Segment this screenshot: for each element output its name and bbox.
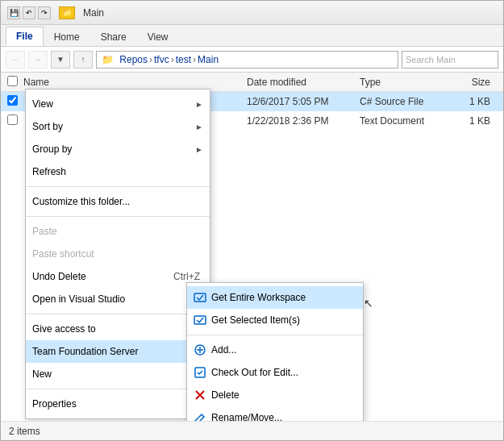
back-button[interactable]: ←: [6, 51, 25, 69]
recent-button[interactable]: ▼: [51, 51, 70, 69]
path-main[interactable]: Main: [198, 54, 219, 65]
tfs-get-entire-workspace[interactable]: Get Entire Workspace: [187, 286, 363, 309]
forward-button[interactable]: →: [28, 51, 48, 69]
tfs-icon: [194, 314, 206, 327]
context-menu-paste: Paste: [26, 220, 210, 243]
main-area: Name Date modified Type Size 📄 Program.c…: [1, 73, 503, 421]
context-menu-refresh[interactable]: Refresh: [26, 160, 210, 183]
title-bar: 💾 ↶ ↷ 📁 Main: [1, 1, 503, 25]
separator: [26, 389, 210, 389]
tfs-item-label: Add...: [211, 344, 356, 356]
path-repos[interactable]: Repos: [119, 54, 148, 65]
save-icon[interactable]: 💾: [7, 6, 20, 19]
context-menu-properties[interactable]: Properties: [26, 393, 210, 415]
status-text: 2 items: [9, 426, 40, 437]
row2-size: 1 KB: [448, 115, 497, 127]
row2-checkbox[interactable]: [7, 114, 23, 127]
context-menu-view[interactable]: View ►: [26, 93, 210, 115]
undo-icon[interactable]: ↶: [23, 6, 35, 19]
separator: [26, 314, 210, 314]
svg-rect-0: [194, 293, 206, 302]
col-date-header[interactable]: Date modified: [247, 77, 360, 88]
submenu-arrow: ►: [195, 100, 203, 109]
row1-date: 12/6/2017 5:05 PM: [247, 96, 360, 107]
tab-file[interactable]: File: [6, 27, 44, 46]
tfs-checkout-icon: [194, 366, 206, 379]
tfs-item-label: Check Out for Edit...: [211, 367, 356, 378]
col-size-header[interactable]: Size: [448, 77, 497, 88]
path-test[interactable]: test: [176, 54, 191, 65]
search-placeholder: Search Main: [406, 55, 456, 64]
row2-date: 1/22/2018 2:36 PM: [247, 115, 360, 127]
context-menu-open-vs[interactable]: Open in Visual Studio: [26, 288, 210, 310]
tfs-rename-icon: [194, 411, 206, 421]
path-icon: 📁: [102, 54, 114, 65]
title-bar-icons: 💾 ↶ ↷: [7, 6, 51, 19]
tfs-delete[interactable]: Delete: [187, 384, 363, 406]
row1-checkbox[interactable]: [7, 95, 23, 108]
tfs-get-selected[interactable]: Get Selected Item(s): [187, 309, 363, 331]
separator: [26, 186, 210, 187]
folder-icon: 📁: [59, 6, 75, 19]
tab-view[interactable]: View: [137, 27, 179, 46]
up-button[interactable]: ↑: [73, 51, 93, 69]
tfs-checkout[interactable]: Check Out for Edit...: [187, 361, 363, 384]
ribbon-tabs: File Home Share View: [1, 25, 503, 46]
row1-type: C# Source File: [360, 96, 448, 107]
separator: [26, 216, 210, 217]
context-menu-customize[interactable]: Customize this folder...: [26, 190, 210, 213]
select-all-checkbox[interactable]: [7, 76, 23, 89]
submenu-arrow: ►: [195, 145, 203, 154]
search-box[interactable]: Search Main: [402, 51, 498, 69]
tfs-icon: [194, 291, 206, 304]
address-bar: ← → ▼ ↑ 📁 Repos › tfvc › test › Main Sea…: [1, 47, 503, 73]
col-name-header[interactable]: Name: [23, 77, 247, 88]
tfs-item-label: Get Entire Workspace: [211, 292, 356, 303]
context-menu-groupby[interactable]: Group by ►: [26, 138, 210, 160]
ribbon: File Home Share View: [1, 25, 503, 47]
tfs-delete-icon: [194, 389, 206, 401]
context-menu-sortby[interactable]: Sort by ►: [26, 115, 210, 138]
context-menu-undo-delete[interactable]: Undo Delete Ctrl+Z: [26, 265, 210, 288]
tfs-item-label: Rename/Move...: [211, 412, 356, 421]
tab-home[interactable]: Home: [44, 27, 90, 46]
context-menu-new[interactable]: New ►: [26, 363, 210, 385]
separator: [187, 335, 363, 335]
context-menu-give-access[interactable]: Give access to ►: [26, 318, 210, 340]
context-menu-tfs[interactable]: Team Foundation Server ►: [26, 340, 210, 363]
tfs-add[interactable]: Add...: [187, 339, 363, 361]
col-type-header[interactable]: Type: [360, 77, 448, 88]
context-menu-paste-shortcut: Paste shortcut: [26, 243, 210, 265]
context-menu: View ► Sort by ► Group by ► Refresh Cust…: [25, 89, 210, 419]
tfs-item-label: Delete: [211, 389, 356, 401]
row1-size: 1 KB: [448, 96, 497, 107]
path-tfvc[interactable]: tfvc: [154, 54, 169, 65]
row2-type: Text Document: [360, 115, 448, 127]
submenu-tfs: Get Entire Workspace Get Selected Item(s…: [186, 282, 364, 421]
address-path[interactable]: 📁 Repos › tfvc › test › Main: [96, 51, 398, 69]
status-bar: 2 items: [1, 421, 503, 440]
tab-share[interactable]: Share: [90, 27, 137, 46]
submenu-arrow: ►: [195, 123, 203, 131]
explorer-window: 💾 ↶ ↷ 📁 Main File Home Share View ← → ▼ …: [0, 0, 504, 441]
window-title: Main: [83, 7, 104, 19]
tfs-item-label: Get Selected Item(s): [211, 314, 356, 326]
svg-rect-1: [194, 316, 206, 324]
redo-icon[interactable]: ↷: [38, 6, 51, 19]
tfs-rename[interactable]: Rename/Move...: [187, 406, 363, 421]
tfs-add-icon: [194, 343, 206, 356]
